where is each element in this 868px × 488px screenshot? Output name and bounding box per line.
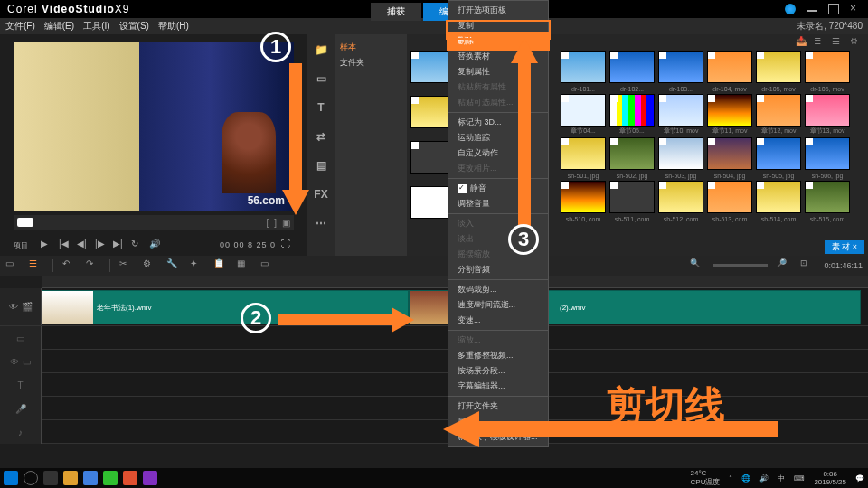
taskbar-app-icon[interactable] [83,471,98,485]
media-tab-icon[interactable]: 📁 [313,42,329,58]
tray-ime[interactable]: 中 [778,474,785,483]
taskbar-app-icon[interactable] [123,471,137,485]
tray-notifications-icon[interactable]: 💬 [855,474,864,483]
menu-edit[interactable]: 编辑(E) [44,20,74,33]
eye-icon[interactable]: 👁 [10,357,19,367]
tool-icon[interactable]: ▦ [237,258,251,273]
lib-thumb[interactable]: sh-501, jpg [561,137,606,170]
tray-up-icon[interactable]: ˄ [729,474,732,483]
taskbar-app-icon[interactable] [103,471,118,485]
lib-thumb[interactable]: dr-101... [561,51,606,83]
start-icon[interactable]: |◀ [59,239,71,251]
tree-samples[interactable]: 样本 [340,40,401,55]
filter-tab-icon[interactable]: ▤ [313,157,329,174]
storyboard-view-icon[interactable]: ▭ [5,258,20,273]
tree-folder[interactable]: 文件夹 [340,55,401,70]
tray-temp[interactable]: 24°CCPU温度 [691,469,721,487]
tray-volume-icon[interactable]: 🔊 [760,474,769,483]
fx-tab-icon[interactable]: FX [313,186,329,202]
taskbar-app-icon[interactable] [143,471,157,485]
menu-file[interactable]: 文件(F) [5,20,35,33]
fullscreen-icon[interactable]: ⛶ [281,239,294,251]
lib-thumb[interactable]: sh-513, com [707,181,752,213]
lib-thumb[interactable]: dr-104, mov [707,51,752,83]
mark-out-icon[interactable]: ] [274,218,277,228]
ctx-variable-speed[interactable]: 变速... [448,313,548,328]
tab-capture[interactable]: 捕获 [371,3,421,21]
tray-clock[interactable]: 0:062019/5/25 [814,470,846,486]
tray-keyboard-icon[interactable]: ⌨ [794,474,805,483]
lib-thumb[interactable]: sh-510, com [561,181,606,213]
redo-icon[interactable]: ↷ [86,258,100,273]
play-icon[interactable]: ▶ [41,239,53,251]
lib-import-icon[interactable]: 📥 [796,36,808,49]
lib-thumb[interactable]: 章节11, mov [707,94,752,127]
ctx-speed[interactable]: 速度/时间流逝... [448,297,548,313]
timeline-view-icon[interactable]: ☰ [29,258,43,273]
repeat-icon[interactable]: ↻ [131,239,144,251]
lib-thumb[interactable]: 章节12, mov [756,94,801,127]
cortana-icon[interactable] [24,471,38,485]
track-head-video[interactable]: 👁 🎬 [0,288,42,325]
lib-sort-icon[interactable]: ≣ [814,36,826,49]
lib-thumb[interactable]: sh-514, com [756,181,801,213]
lib-thumb[interactable]: sh-504, jpg [707,137,752,170]
tool-icon[interactable]: 📋 [213,258,228,273]
lib-options-icon[interactable]: ⚙ [850,36,863,49]
track-head-title[interactable]: 👁▭ [0,350,42,373]
zoom-slider[interactable] [713,264,768,267]
lib-thumb[interactable]: sh-506, jpg [805,137,850,170]
eye-icon[interactable]: 👁 [9,302,18,312]
start-button-icon[interactable] [4,471,18,485]
track-head-music[interactable]: 🎤 [0,397,42,420]
library-bottom-button[interactable]: 素 材 × [825,240,864,254]
ctx-split-audio[interactable]: 分割音频 [448,262,548,277]
zoom-out-icon[interactable]: 🔍 [690,258,704,273]
menu-help[interactable]: 帮助(H) [158,20,189,33]
lib-thumb[interactable]: 章节05... [609,94,655,127]
help-icon[interactable] [785,4,796,14]
ctx-multitrim[interactable]: 多重修整视频... [448,348,548,363]
maximize-icon[interactable] [828,4,839,14]
volume-icon[interactable]: 🔊 [149,239,162,251]
track-head-overlay[interactable]: ▭ [0,326,42,350]
minimize-icon[interactable] [807,6,817,12]
tool-icon[interactable]: 🔧 [166,258,181,273]
lib-thumb[interactable]: 章节04... [561,94,606,127]
undo-icon[interactable]: ↶ [62,258,77,273]
lib-thumb[interactable]: sh-503, jpg [658,137,703,170]
end-icon[interactable]: ▶| [113,239,126,251]
ctx-digital-trim[interactable]: 数码裁剪... [448,282,548,297]
transition-tab-icon[interactable]: ▭ [313,70,329,87]
ctx-zoom[interactable]: 缩放... [448,333,548,348]
lib-thumb[interactable]: dr-106, mov [805,51,850,83]
lib-thumb[interactable]: dr-105, mov [756,51,801,83]
preview-viewport[interactable]: 56.com [14,42,294,211]
preview-scrubber[interactable]: [ ] ▣ [14,215,294,231]
close-icon[interactable]: × [850,4,861,14]
path-tab-icon[interactable]: ⋯ [313,215,329,231]
ctx-subtitle[interactable]: 字幕编辑器... [448,379,548,394]
menu-tool[interactable]: 工具(I) [83,20,109,33]
taskbar-app-icon[interactable] [63,471,78,485]
ctx-scene-split[interactable]: 按场景分段... [448,363,548,379]
lib-thumb[interactable]: dr-103... [658,51,703,83]
lib-list-icon[interactable]: ☰ [832,36,844,49]
next-frame-icon[interactable]: |▶ [95,239,108,251]
graphic-tab-icon[interactable]: ⇄ [313,128,329,145]
tool-icon[interactable]: ✂ [119,258,134,273]
zoom-in-icon[interactable]: 🔎 [777,258,791,273]
lib-thumb[interactable]: sh-512, com [658,181,703,213]
mark-in-icon[interactable]: [ [266,218,269,228]
track-head-voice[interactable]: T [0,373,42,397]
preview-timecode[interactable]: 00 00 8 25 0 [220,240,276,249]
lib-thumb[interactable]: sh-502, jpg [609,137,655,170]
tool-icon[interactable]: ✦ [190,258,204,273]
ctx-open-options[interactable]: 打开选项面板 [448,3,548,18]
tray-network-icon[interactable]: 🌐 [741,474,750,483]
lib-thumb[interactable]: 章节10, mov [658,94,703,127]
tool-icon[interactable]: ⚙ [143,258,157,273]
fit-icon[interactable]: ⊡ [800,258,815,273]
scrub-handle[interactable] [17,218,33,227]
taskview-icon[interactable] [43,471,58,485]
